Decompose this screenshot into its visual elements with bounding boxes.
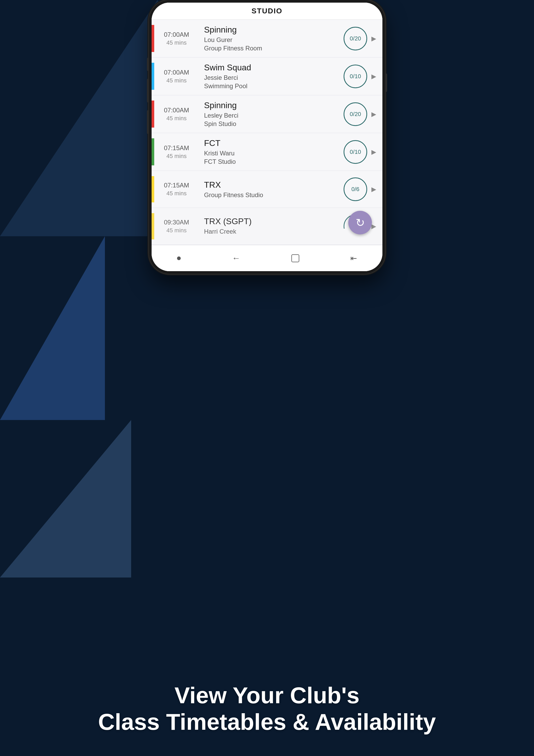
instructor-name: Kristi Waru xyxy=(204,149,338,157)
volume-up-button xyxy=(147,58,149,71)
class-name: TRX (SGPT) xyxy=(204,217,338,226)
class-info: SpinningLou GurerGroup Fitness Room xyxy=(199,25,343,52)
class-time: 07:15AM xyxy=(157,144,196,152)
class-duration: 45 mins xyxy=(157,153,196,160)
bg-triangle-small xyxy=(0,236,105,420)
phone-frame: STUDIO 07:00AM 45 mins SpinningLou Gurer… xyxy=(149,0,385,274)
capacity-circle: 0/20 xyxy=(343,102,367,126)
class-time-block: 07:00AM 45 mins xyxy=(154,69,199,84)
navigation-bar: ← ⇥ xyxy=(152,245,382,271)
bixby-button xyxy=(147,110,149,134)
class-chevron-icon: ▶ xyxy=(371,148,376,156)
location-name: Spin Studio xyxy=(204,120,338,127)
class-item[interactable]: 07:15AM 45 mins TRXGroup Fitness Studio0… xyxy=(152,171,382,208)
class-info: TRX (SGPT)Harri Creek xyxy=(199,217,343,236)
class-list: 07:00AM 45 mins SpinningLou GurerGroup F… xyxy=(152,20,382,245)
nav-dot-button[interactable] xyxy=(177,256,181,260)
class-time: 07:00AM xyxy=(157,107,196,114)
nav-back-button[interactable]: ← xyxy=(232,253,240,263)
instructor-name: Lesley Berci xyxy=(204,112,338,119)
class-time: 07:15AM xyxy=(157,182,196,189)
class-time: 09:30AM xyxy=(157,219,196,226)
volume-down-button xyxy=(147,79,149,102)
class-item[interactable]: 07:00AM 45 mins SpinningLesley BerciSpin… xyxy=(152,95,382,133)
class-duration: 45 mins xyxy=(157,77,196,84)
class-time-block: 07:15AM 45 mins xyxy=(154,182,199,197)
class-chevron-icon: ▶ xyxy=(371,35,376,42)
class-color-bar xyxy=(152,176,154,202)
capacity-circle: 0/10 xyxy=(343,65,367,88)
capacity-section: 0/20▶ xyxy=(343,102,376,126)
class-info: Swim SquadJessie BerciSwimming Pool xyxy=(199,63,343,90)
phone-wrapper: STUDIO 07:00AM 45 mins SpinningLou Gurer… xyxy=(149,0,385,274)
class-chevron-icon: ▶ xyxy=(371,223,376,230)
class-item[interactable]: 07:00AM 45 mins SpinningLou GurerGroup F… xyxy=(152,20,382,58)
class-duration: 45 mins xyxy=(157,40,196,46)
class-name: FCT xyxy=(204,138,338,148)
location-name: FCT Studio xyxy=(204,158,338,165)
capacity-text: 0/6 xyxy=(351,186,360,193)
location-name: Group Fitness Room xyxy=(204,45,338,52)
phone-screen: STUDIO 07:00AM 45 mins SpinningLou Gurer… xyxy=(152,3,382,271)
capacity-circle: 0/10 xyxy=(343,140,367,164)
class-color-bar xyxy=(152,213,154,239)
class-color-bar xyxy=(152,25,154,52)
class-color-bar xyxy=(152,138,154,165)
class-name: TRX xyxy=(204,180,338,190)
capacity-circle: 0/6 xyxy=(343,177,367,201)
instructor-name: Jessie Berci xyxy=(204,74,338,81)
capacity-circle: 0/20 xyxy=(343,27,367,50)
class-name: Spinning xyxy=(204,25,338,35)
screen-header: STUDIO xyxy=(152,3,382,20)
capacity-text: 0/10 xyxy=(350,73,361,80)
class-info: SpinningLesley BerciSpin Studio xyxy=(199,100,343,127)
capacity-section: 0/10▶ xyxy=(343,65,376,88)
class-duration: 45 mins xyxy=(157,227,196,234)
class-item[interactable]: 09:30AM 45 mins TRX (SGPT)Harri Creek0/6… xyxy=(152,208,382,245)
location-name: Group Fitness Studio xyxy=(204,191,338,199)
class-name: Swim Squad xyxy=(204,63,338,72)
class-time: 07:00AM xyxy=(157,69,196,76)
class-info: TRXGroup Fitness Studio xyxy=(199,180,343,199)
header-studio-label: STUDIO xyxy=(251,7,283,15)
capacity-section: 0/6▶ xyxy=(343,177,376,201)
class-time-block: 09:30AM 45 mins xyxy=(154,219,199,234)
bg-triangle-right xyxy=(0,420,131,578)
class-chevron-icon: ▶ xyxy=(371,111,376,118)
class-time: 07:00AM xyxy=(157,31,196,38)
class-color-bar xyxy=(152,63,154,90)
power-button xyxy=(385,73,387,92)
capacity-text: 0/20 xyxy=(350,35,361,42)
capacity-text: 0/10 xyxy=(350,148,361,155)
instructor-name: Lou Gurer xyxy=(204,36,338,43)
nav-menu-button[interactable]: ⇥ xyxy=(350,254,357,263)
class-time-block: 07:00AM 45 mins xyxy=(154,107,199,122)
class-color-bar xyxy=(152,100,154,127)
nav-recents-button[interactable] xyxy=(292,255,299,262)
class-time-block: 07:15AM 45 mins xyxy=(154,144,199,160)
class-duration: 45 mins xyxy=(157,115,196,122)
promo-section: View Your Club's Class Timetables & Avai… xyxy=(0,682,534,735)
location-name: Swimming Pool xyxy=(204,82,338,90)
capacity-section: 0/10▶ xyxy=(343,140,376,164)
capacity-section: 0/20▶ xyxy=(343,27,376,50)
class-item[interactable]: 07:15AM 45 mins FCTKristi WaruFCT Studio… xyxy=(152,133,382,171)
capacity-text: 0/20 xyxy=(350,111,361,118)
promo-text-line1: View Your Club's xyxy=(21,682,513,709)
class-time-block: 07:00AM 45 mins xyxy=(154,31,199,46)
class-info: FCTKristi WaruFCT Studio xyxy=(199,138,343,165)
refresh-icon: ↻ xyxy=(356,216,365,229)
promo-text-line2: Class Timetables & Availability xyxy=(21,709,513,735)
screen-content: STUDIO 07:00AM 45 mins SpinningLou Gurer… xyxy=(152,3,382,271)
class-duration: 45 mins xyxy=(157,190,196,197)
class-chevron-icon: ▶ xyxy=(371,73,376,80)
class-item[interactable]: 07:00AM 45 mins Swim SquadJessie BerciSw… xyxy=(152,58,382,95)
class-name: Spinning xyxy=(204,100,338,110)
refresh-button[interactable]: ↻ xyxy=(348,211,372,234)
instructor-name: Harri Creek xyxy=(204,228,338,235)
class-chevron-icon: ▶ xyxy=(371,186,376,193)
